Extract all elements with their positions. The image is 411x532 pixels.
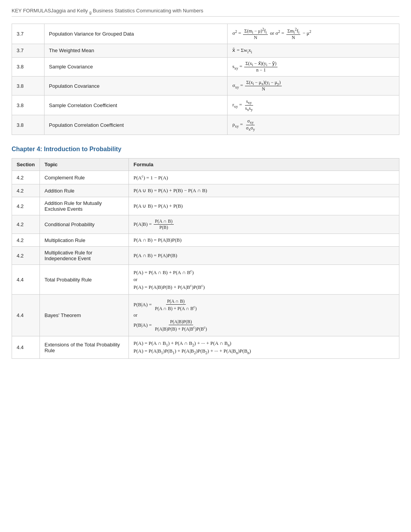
topic-cell: Population Covariance xyxy=(44,76,228,95)
section-cell: 3.8 xyxy=(12,57,45,76)
chapter4-header: Chapter 4: Introduction to Probability xyxy=(12,146,399,153)
formula-cell: ρxy = σxyσxσy xyxy=(228,115,399,135)
table-row: 4.2Conditional ProbabilityP(A|B) = P(A ∩… xyxy=(12,215,399,234)
col-formula: Formula xyxy=(128,158,399,171)
formula-cell: P(A ∪ B) = P(A) + P(B) xyxy=(128,197,399,215)
section-cell: 4.4 xyxy=(12,336,40,358)
topic-cell: Addition Rule for Mutually Exclusive Eve… xyxy=(39,197,128,215)
section-cell: 4.2 xyxy=(12,171,40,184)
formula-cell: P(A ∪ B) = P(A) + P(B) − P(A ∩ B) xyxy=(128,184,399,197)
section-cell: 4.2 xyxy=(12,197,40,215)
header-text: KEY FORMULASJaggia and Kelly xyxy=(12,8,88,14)
section-cell: 3.7 xyxy=(12,24,45,44)
section-cell: 3.8 xyxy=(12,95,45,115)
table-row: 4.2Multiplication RuleP(A ∩ B) = P(A|B)P… xyxy=(12,234,399,247)
topic-cell: Total Probability Rule xyxy=(39,265,128,295)
formula-cell: σ2 = Σ(mi − μ)2fiN or σ2 = Σmi2fiN − μ2 xyxy=(228,24,399,44)
topic-cell: Complement Rule xyxy=(39,171,128,184)
formula-cell: P(B|A) = P(A ∩ B)P(A ∩ B) + P(A ∩ Bc)orP… xyxy=(128,294,399,336)
topic-cell: Multiplication Rule xyxy=(39,234,128,247)
topic-cell: Population Correlation Coefficient xyxy=(44,115,228,135)
col-topic: Topic xyxy=(39,158,128,171)
formula-cell: P(A ∩ B) = P(A|B)P(B) xyxy=(128,234,399,247)
table-row: 4.4Extensions of the Total Probability R… xyxy=(12,336,399,358)
topic-cell: Sample Covariance xyxy=(44,57,228,76)
section-cell: 4.4 xyxy=(12,265,40,295)
topic-cell: Bayes' Theorem xyxy=(39,294,128,336)
formula-cell: x̄ = Σwixi xyxy=(228,44,399,57)
page-header: KEY FORMULASJaggia and Kelly g Business … xyxy=(12,8,399,17)
section-cell: 4.2 xyxy=(12,215,40,234)
topic-cell: Extensions of the Total Probability Rule xyxy=(39,336,128,358)
table-row: 4.4Bayes' TheoremP(B|A) = P(A ∩ B)P(A ∩ … xyxy=(12,294,399,336)
topic-cell: Multiplicative Rule for Independence Eve… xyxy=(39,247,128,265)
topic-cell: Population Variance for Grouped Data xyxy=(44,24,228,44)
table-row: 4.2Addition RuleP(A ∪ B) = P(A) + P(B) −… xyxy=(12,184,399,197)
table-row: 3.8Sample Covariancesxy = Σ(xi − x̄)(yi … xyxy=(12,57,399,76)
section-cell: 4.4 xyxy=(12,294,40,336)
section-cell: 4.2 xyxy=(12,247,40,265)
table-row: 3.8Population Covarianceσxy = Σ(xi − μx)… xyxy=(12,76,399,95)
col-section: Section xyxy=(12,158,40,171)
topic-cell: The Weighted Mean xyxy=(44,44,228,57)
table-row: 4.4Total Probability RuleP(A) = P(A ∩ B)… xyxy=(12,265,399,295)
topic-cell: Conditional Probability xyxy=(39,215,128,234)
table-row: 3.8Sample Correlation Coefficientrxy = s… xyxy=(12,95,399,115)
formula-cell: P(A) = P(A ∩ B) + P(A ∩ Bc)orP(A) = P(A|… xyxy=(128,265,399,295)
section-cell: 3.7 xyxy=(12,44,45,57)
formula-cell: P(A|B) = P(A ∩ B)P(B) xyxy=(128,215,399,234)
formula-cell: P(A ∩ B) = P(A)P(B) xyxy=(128,247,399,265)
section-cell: 4.2 xyxy=(12,234,40,247)
table-row: 4.2Addition Rule for Mutually Exclusive … xyxy=(12,197,399,215)
formula-cell: P(Ac) = 1 − P(A) xyxy=(128,171,399,184)
chapter4-table: Section Topic Formula 4.2Complement Rule… xyxy=(12,158,399,359)
table-row: 3.7The Weighted Meanx̄ = Σwixi xyxy=(12,44,399,57)
header-rest: Business Statistics Communicating with N… xyxy=(93,8,203,14)
formula-cell: P(A) = P(A ∩ B1) + P(A ∩ B2) + ··· + P(A… xyxy=(128,336,399,358)
topic-cell: Addition Rule xyxy=(39,184,128,197)
formula-cell: σxy = Σ(xi − μx)(yi − μy)N xyxy=(228,76,399,95)
formula-cell: sxy = Σ(xi − x̄)(yi − ȳ)n − 1 xyxy=(228,57,399,76)
chapter3-table: 3.7Population Variance for Grouped Dataσ… xyxy=(12,24,399,135)
header-sub: g xyxy=(89,10,92,15)
table-row: 3.8Population Correlation Coefficientρxy… xyxy=(12,115,399,135)
formula-cell: rxy = sxysxsy xyxy=(228,95,399,115)
section-cell: 3.8 xyxy=(12,115,45,135)
table-row: 4.2Complement RuleP(Ac) = 1 − P(A) xyxy=(12,171,399,184)
section-cell: 4.2 xyxy=(12,184,40,197)
table-row: 4.2Multiplicative Rule for Independence … xyxy=(12,247,399,265)
section-cell: 3.8 xyxy=(12,76,45,95)
topic-cell: Sample Correlation Coefficient xyxy=(44,95,228,115)
table-row: 3.7Population Variance for Grouped Dataσ… xyxy=(12,24,399,44)
